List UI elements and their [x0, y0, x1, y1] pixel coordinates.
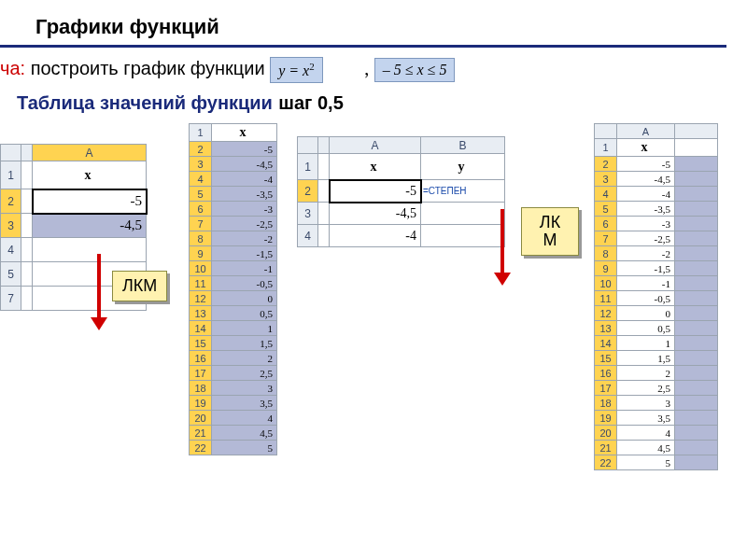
- cell[interactable]: 2,5: [212, 366, 277, 381]
- row-header[interactable]: 5: [1, 262, 21, 287]
- row-header[interactable]: 2: [595, 157, 617, 172]
- cell[interactable]: 4,5: [617, 441, 675, 455]
- cell[interactable]: [675, 321, 718, 336]
- cell[interactable]: 5: [617, 455, 675, 470]
- row-header[interactable]: 8: [595, 246, 617, 261]
- cell[interactable]: [675, 336, 718, 351]
- cell-y-header[interactable]: y: [421, 154, 505, 180]
- row-header[interactable]: 11: [190, 276, 212, 291]
- row-header[interactable]: 7: [190, 217, 212, 231]
- row-header[interactable]: 1: [1, 161, 21, 189]
- cell-A2[interactable]: -5: [330, 180, 421, 203]
- cell-x-header[interactable]: x: [617, 139, 675, 157]
- cell[interactable]: -0,5: [617, 291, 675, 306]
- cell[interactable]: 1: [617, 336, 675, 351]
- cell[interactable]: [675, 202, 718, 217]
- cell[interactable]: -2: [212, 231, 277, 246]
- cell-B3[interactable]: [421, 203, 505, 225]
- cell[interactable]: -5: [617, 157, 675, 172]
- row-header[interactable]: 3: [190, 157, 212, 172]
- cell[interactable]: 0: [617, 306, 675, 321]
- row-header[interactable]: 2: [1, 189, 21, 214]
- cell-x-header[interactable]: x: [330, 154, 421, 180]
- cell[interactable]: [675, 261, 718, 276]
- cell[interactable]: 3,5: [212, 396, 277, 411]
- row-header[interactable]: 13: [595, 321, 617, 336]
- cell[interactable]: [675, 172, 718, 187]
- row-header[interactable]: 16: [595, 366, 617, 381]
- cell[interactable]: 0,5: [617, 321, 675, 336]
- row-header[interactable]: 4: [595, 187, 617, 202]
- cell[interactable]: 1: [212, 321, 277, 336]
- row-header[interactable]: 19: [190, 396, 212, 411]
- cell[interactable]: [675, 396, 718, 411]
- row-header[interactable]: 4: [1, 238, 21, 262]
- cell[interactable]: -0,5: [212, 276, 277, 291]
- cell-A3[interactable]: -4,5: [33, 214, 147, 238]
- cell[interactable]: 4: [617, 426, 675, 441]
- col-header-A[interactable]: A: [330, 137, 421, 154]
- cell[interactable]: 2: [617, 366, 675, 381]
- row-header[interactable]: 16: [190, 351, 212, 366]
- row-header[interactable]: 10: [190, 261, 212, 276]
- col-header-A[interactable]: A: [33, 145, 147, 161]
- cell[interactable]: -1,5: [212, 246, 277, 261]
- cell[interactable]: -4,5: [617, 172, 675, 187]
- cell[interactable]: -2,5: [617, 231, 675, 246]
- cell[interactable]: 5: [212, 441, 277, 455]
- cell-A4[interactable]: -4: [330, 225, 421, 247]
- cell-A2[interactable]: -5: [33, 189, 147, 214]
- cell[interactable]: -4,5: [212, 157, 277, 172]
- cell[interactable]: [675, 455, 718, 470]
- cell[interactable]: -3,5: [212, 187, 277, 202]
- cell[interactable]: -2,5: [212, 217, 277, 231]
- cell[interactable]: -3: [617, 217, 675, 231]
- row-header[interactable]: 19: [595, 411, 617, 426]
- row-header[interactable]: 14: [190, 321, 212, 336]
- cell[interactable]: -3,5: [617, 202, 675, 217]
- cell-x-header[interactable]: x: [212, 124, 277, 142]
- cell[interactable]: 3: [617, 396, 675, 411]
- cell[interactable]: -2: [617, 246, 675, 261]
- cell-B2-formula[interactable]: =СТЕПЕН: [421, 180, 505, 203]
- cell[interactable]: [675, 441, 718, 455]
- col-header-A[interactable]: A: [617, 124, 675, 139]
- row-header[interactable]: 2: [190, 142, 212, 157]
- row-header[interactable]: 22: [190, 441, 212, 455]
- cell[interactable]: [675, 217, 718, 231]
- row-header[interactable]: 20: [190, 411, 212, 426]
- cell[interactable]: [675, 366, 718, 381]
- cell[interactable]: 1,5: [617, 351, 675, 366]
- row-header[interactable]: 6: [595, 217, 617, 231]
- row-header[interactable]: 20: [595, 426, 617, 441]
- cell[interactable]: [675, 411, 718, 426]
- cell[interactable]: [675, 351, 718, 366]
- cell[interactable]: 3,5: [617, 411, 675, 426]
- cell[interactable]: -5: [212, 142, 277, 157]
- cell[interactable]: [675, 426, 718, 441]
- row-header[interactable]: 10: [595, 276, 617, 291]
- row-header[interactable]: 14: [595, 336, 617, 351]
- cell[interactable]: -3: [212, 202, 277, 217]
- cell[interactable]: -4: [212, 172, 277, 187]
- cell-empty[interactable]: [33, 238, 147, 262]
- cell[interactable]: [675, 157, 718, 172]
- row-header[interactable]: 12: [595, 306, 617, 321]
- cell[interactable]: [675, 381, 718, 396]
- row-header[interactable]: 3: [1, 214, 21, 238]
- row-header[interactable]: 5: [190, 187, 212, 202]
- cell-x-header[interactable]: x: [33, 161, 147, 189]
- cell[interactable]: [675, 306, 718, 321]
- row-header[interactable]: 18: [595, 396, 617, 411]
- row-header[interactable]: 21: [190, 426, 212, 441]
- cell[interactable]: 2: [212, 351, 277, 366]
- row-header[interactable]: 4: [190, 172, 212, 187]
- cell[interactable]: -4: [617, 187, 675, 202]
- row-header[interactable]: 4: [298, 225, 318, 247]
- row-header[interactable]: 5: [595, 202, 617, 217]
- cell[interactable]: [675, 187, 718, 202]
- row-header[interactable]: 9: [190, 246, 212, 261]
- row-header[interactable]: 18: [190, 381, 212, 396]
- row-header[interactable]: 7: [1, 287, 21, 311]
- row-header[interactable]: 8: [190, 231, 212, 246]
